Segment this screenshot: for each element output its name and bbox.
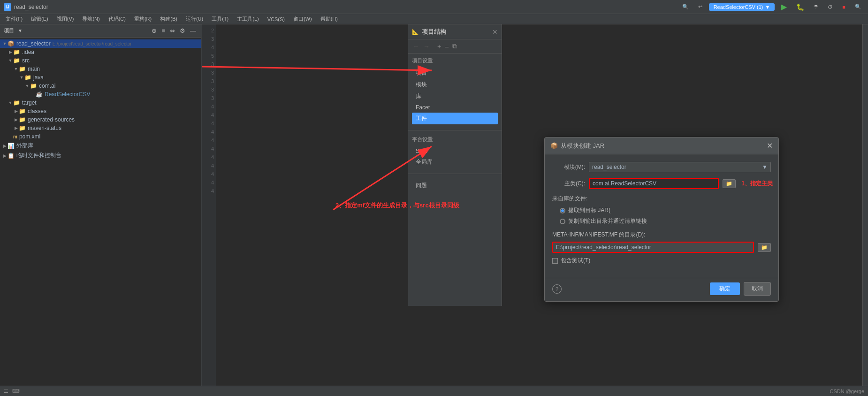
meta-browse-btn[interactable]: 📁 (758, 243, 771, 252)
sidebar-dropdown[interactable]: ▼ (18, 28, 23, 33)
settings-item-global-libs[interactable]: 全局库 (412, 156, 498, 168)
class-browse-btn[interactable]: 📁 (723, 179, 736, 188)
panel-close[interactable]: ✕ (492, 28, 498, 36)
include-tests-checkbox[interactable] (552, 258, 558, 264)
nav-forward-btn[interactable]: → (422, 42, 431, 51)
settings-item-facet[interactable]: Facet (412, 102, 498, 113)
settings-item-problems[interactable]: 问题 (412, 180, 498, 191)
tree-item-classes[interactable]: ▶ 📁 classes (0, 107, 201, 115)
platform-settings-section: 平台设置 SDK 全局库 (408, 132, 502, 172)
include-tests-row: 包含测试(T) (552, 257, 771, 265)
tree-item-scratch[interactable]: ▶ 📋 临时文件和控制台 (0, 151, 201, 160)
run-btn[interactable]: ▶ (778, 1, 790, 12)
menu-refactor[interactable]: 重构(R) (130, 15, 155, 23)
meta-row: 📁 (552, 242, 771, 253)
menu-vcs[interactable]: VCS(S) (264, 15, 289, 23)
settings-icon[interactable]: ⚙ (178, 27, 187, 35)
module-row: 模块(M): read_selector ▼ (552, 162, 771, 172)
tree-item-comai[interactable]: ▼ 📁 com.ai (0, 82, 201, 90)
jar-dialog: 📦 从模块创建 JAR ✕ 模块(M): read_selector ▼ 主类(… (544, 137, 779, 302)
panel-nav: ← → + – ⧉ (408, 39, 502, 53)
cancel-button[interactable]: 取消 (744, 282, 771, 296)
help-button[interactable]: ? (552, 284, 562, 294)
meta-input[interactable] (552, 242, 754, 253)
tree-item-external-libs[interactable]: ▶ 📊 外部库 (0, 141, 201, 151)
maximize-btn[interactable]: 🔍 (852, 3, 864, 11)
menu-view[interactable]: 视图(V) (53, 15, 78, 23)
settings-item-sdk[interactable]: SDK (412, 146, 498, 156)
settings-item-library[interactable]: 库 (412, 91, 498, 102)
run-config[interactable]: ReadSelectorCSV (1) ▼ (709, 3, 775, 11)
tree-item-readselectorcsv[interactable]: ▶ ☕ ReadSelectorCSV (0, 90, 201, 99)
tree-item-generated-sources[interactable]: ▶ 📁 generated-sources (0, 115, 201, 124)
menu-tools[interactable]: 工具(T) (208, 15, 232, 23)
coverage-btn[interactable]: ☂ (811, 3, 821, 11)
back-btn[interactable]: ↩ (695, 3, 705, 11)
title-bar: IJ read_selector 🔍 ↩ ReadSelectorCSV (1)… (0, 0, 868, 14)
project-settings-label: 项目设置 (412, 57, 498, 64)
tree-item-root[interactable]: ▼ 📦 read_selector E:\project\read_select… (0, 39, 201, 48)
jar-dialog-close-btn[interactable]: ✕ (767, 141, 773, 150)
menu-build[interactable]: 构建(B) (156, 15, 181, 23)
bottom-right-text: CSDN @gerge (830, 388, 864, 394)
tree-label-main: main (28, 66, 40, 72)
tree-label-idea: .idea (22, 49, 34, 55)
confirm-button[interactable]: 确定 (710, 282, 740, 295)
profile-btn[interactable]: ⏱ (825, 3, 836, 11)
nav-copy-btn[interactable]: ⧉ (451, 41, 458, 51)
nav-back-btn[interactable]: ← (412, 42, 420, 51)
right-panel (862, 24, 868, 396)
radio-item-copy[interactable]: 复制到输出目录并通过清单链接 (560, 217, 771, 225)
radio-extract-dot (560, 208, 565, 213)
tree-item-idea[interactable]: ▶ 📁 .idea (0, 48, 201, 56)
tree-label-scratch: 临时文件和控制台 (16, 152, 61, 160)
sidebar-icons: ⊕ ≡ ⇔ ⚙ — (150, 27, 198, 35)
radio-copy-dot (560, 219, 565, 224)
sidebar: 项目 ▼ ⊕ ≡ ⇔ ⚙ — ▼ 📦 read_selector E:\proj… (0, 24, 202, 396)
sidebar-title: 项目 (4, 27, 14, 34)
tree-label-root: read_selector (16, 40, 51, 47)
hide-icon[interactable]: — (189, 27, 198, 35)
tree-label-pom: pom.xml (19, 133, 40, 140)
tree-item-main[interactable]: ▼ 📁 main (0, 65, 201, 73)
jar-dialog-title-label: 从模块创建 JAR (561, 142, 604, 150)
tree-label-external-libs: 外部库 (16, 142, 33, 150)
tree-item-target[interactable]: ▼ 📁 target (0, 99, 201, 107)
tree-item-maven-status[interactable]: ▶ 📁 maven-status (0, 124, 201, 132)
nav-add-btn[interactable]: + (436, 42, 442, 51)
collapse-all-icon[interactable]: ⇔ (168, 27, 176, 35)
settings-item-project[interactable]: 项目 (412, 67, 498, 79)
menu-window[interactable]: 窗口(W) (289, 15, 316, 23)
settings-divider (408, 130, 502, 130)
expand-all-icon[interactable]: ≡ (160, 27, 167, 35)
platform-settings-label: 平台设置 (412, 136, 498, 143)
stop-btn[interactable]: ■ (839, 3, 848, 11)
module-label: 模块(M): (552, 163, 585, 171)
locate-icon[interactable]: ⊕ (150, 27, 158, 35)
radio-item-extract[interactable]: 提取到目标 JAR( (560, 206, 771, 214)
menu-navigate[interactable]: 导航(N) (78, 15, 103, 23)
nav-remove-btn[interactable]: – (444, 42, 449, 51)
dropdown-arrow[interactable]: ▼ (765, 4, 770, 10)
tree-item-pom[interactable]: ▶ m pom.xml (0, 132, 201, 141)
module-dropdown[interactable]: read_selector ▼ (589, 162, 771, 172)
menu-code[interactable]: 代码(C) (105, 15, 129, 23)
bottom-icon-1[interactable]: ☰ (4, 388, 8, 394)
settings-item-module[interactable]: 模块 (412, 79, 498, 91)
tree-item-java[interactable]: ▼ 📁 java (0, 73, 201, 82)
panel-title: 项目结构 (422, 28, 446, 36)
tree-label-src: src (22, 57, 30, 64)
menu-main-tools[interactable]: 主工具(L) (233, 15, 262, 23)
debug-btn[interactable]: 🐛 (793, 2, 807, 12)
menu-file[interactable]: 文件(F) (2, 15, 26, 23)
class-input[interactable] (589, 178, 719, 189)
app-icon: IJ (4, 3, 11, 11)
menu-edit[interactable]: 编辑(E) (27, 15, 52, 23)
jar-dialog-body: 模块(M): read_selector ▼ 主类(C): 📁 1、指定主类 来… (545, 154, 778, 278)
tree-item-src[interactable]: ▼ 📁 src (0, 56, 201, 65)
bottom-icon-2[interactable]: ⌨ (12, 388, 20, 394)
menu-run[interactable]: 运行(U) (182, 15, 207, 23)
settings-item-artifact[interactable]: 工件 (412, 113, 498, 124)
menu-help[interactable]: 帮助(H) (317, 15, 342, 23)
search-btn[interactable]: 🔍 (679, 3, 692, 11)
